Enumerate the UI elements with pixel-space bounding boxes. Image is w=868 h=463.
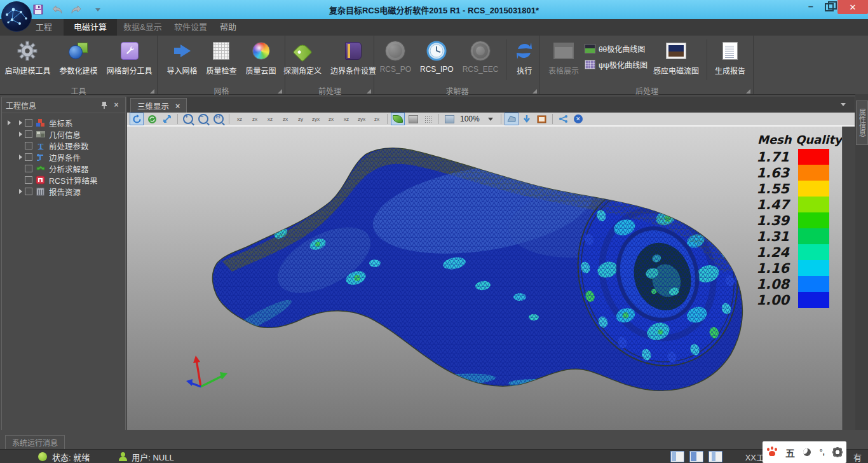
zoom-window-icon[interactable]: ⊡ xyxy=(212,113,226,125)
view-iso5-icon[interactable]: zx xyxy=(370,113,384,125)
undo-button[interactable] xyxy=(50,3,65,17)
psi-polar-curve-button[interactable]: ψψ极化曲线图 xyxy=(585,59,648,70)
tree-item-geometry-info[interactable]: 几何信息 xyxy=(2,128,125,140)
ime-settings-gear-icon[interactable] xyxy=(833,448,842,457)
checkbox[interactable] xyxy=(25,142,32,149)
zoom-out-icon[interactable]: − xyxy=(196,113,210,125)
expander-icon[interactable] xyxy=(19,132,22,137)
fit-extents-icon[interactable] xyxy=(160,113,174,125)
wireframe-render-icon[interactable] xyxy=(421,113,435,125)
tree-item-analysis-solver[interactable]: 分析求解器 xyxy=(2,163,125,174)
mesh-partition-tool-button[interactable]: 网格剖分工具 xyxy=(104,38,156,76)
rotate-view-icon[interactable] xyxy=(130,113,144,125)
tab-3d-display[interactable]: 三维显示 × xyxy=(130,98,187,113)
import-mesh-button[interactable]: 导入网格 xyxy=(163,38,200,76)
expander-icon[interactable] xyxy=(19,155,22,160)
import-arrow-icon xyxy=(173,38,191,64)
layout-split-panel-icon[interactable] xyxy=(689,451,703,462)
rcs-ipo-button[interactable]: RCS_IPO xyxy=(417,38,457,74)
tree-item-report-resources[interactable]: 报告资源 xyxy=(2,186,125,197)
parametric-modeling-button[interactable]: 参数化建模 xyxy=(56,38,100,76)
view-zx-icon[interactable]: zx xyxy=(248,113,262,125)
drop-arrow-icon[interactable] xyxy=(520,113,534,125)
zoom-in-icon[interactable]: + xyxy=(181,113,195,125)
execute-button[interactable]: 执行 xyxy=(511,38,538,76)
clear-view-icon[interactable]: ✕ xyxy=(571,113,585,125)
view-zx2-icon[interactable]: zx xyxy=(278,113,292,125)
view-iso1-icon[interactable]: zyx xyxy=(309,113,323,125)
tree-item-coordinate-system[interactable]: 坐标系 xyxy=(2,117,125,128)
ime-logo-paw-icon[interactable] xyxy=(767,448,777,457)
system-messages-tab[interactable]: 系统运行消息 xyxy=(5,435,65,450)
table-display-button[interactable]: 表格展示 xyxy=(545,38,582,76)
blocks-icon xyxy=(36,118,46,127)
save-button[interactable] xyxy=(31,3,46,17)
tree-item-rcs-results[interactable]: RCS计算结果 xyxy=(2,174,125,186)
theta-polar-curve-button[interactable]: θθ极化曲线图 xyxy=(585,43,648,54)
group-label-solver: 求解器 xyxy=(445,87,468,96)
view-iso3-icon[interactable]: xz xyxy=(339,113,353,125)
panel-header: 工程信息 × xyxy=(2,97,125,113)
pin-icon[interactable] xyxy=(101,101,111,109)
launch-modeling-tool-button[interactable]: 启动建模工具 xyxy=(1,38,53,76)
dialog-launcher-icon[interactable] xyxy=(367,89,371,93)
tree-item-boundary-condition[interactable]: 边界条件 xyxy=(2,151,125,163)
tree-item-preprocess-params[interactable]: T 前处理参数 xyxy=(2,140,125,151)
checkbox[interactable] xyxy=(25,119,32,127)
property-info-tab[interactable]: 属性信息 xyxy=(856,100,868,145)
rcs-po-button[interactable]: RCS_PO xyxy=(377,38,414,74)
view-iso2-icon[interactable]: zx xyxy=(324,113,338,125)
dialog-launcher-icon[interactable] xyxy=(532,89,537,93)
quick-access-dropdown[interactable] xyxy=(90,3,105,17)
snapshot-icon[interactable] xyxy=(535,113,549,125)
menu-tab-em-compute[interactable]: 电磁计算 xyxy=(64,19,117,36)
dialog-launcher-icon[interactable] xyxy=(746,89,750,93)
menu-tab-project[interactable]: 工程 xyxy=(25,19,62,36)
share-nodes-icon[interactable] xyxy=(556,113,570,125)
dialog-launcher-icon[interactable] xyxy=(150,89,154,93)
checkbox[interactable] xyxy=(25,165,32,172)
quality-contour-button[interactable]: 质量云图 xyxy=(243,38,280,76)
close-tab-icon[interactable]: × xyxy=(175,102,180,111)
checkbox[interactable] xyxy=(25,153,32,161)
view-iso4-icon[interactable]: zyx xyxy=(355,113,369,125)
expander-icon[interactable] xyxy=(8,120,11,125)
induced-current-map-button[interactable]: 感应电磁流图 xyxy=(650,38,702,76)
ime-input-mode[interactable]: 五 xyxy=(785,446,795,459)
legend-title: Mesh Quality xyxy=(750,133,842,146)
ime-halfwidth-moon-icon[interactable] xyxy=(803,448,811,456)
quality-check-button[interactable]: 质量检查 xyxy=(203,38,240,76)
restore-button[interactable] xyxy=(821,2,835,13)
rcs-eec-button[interactable]: RCS_EEC xyxy=(459,38,502,74)
tab-list-dropdown[interactable] xyxy=(841,103,846,106)
expander-icon[interactable] xyxy=(19,120,22,125)
view-zy-icon[interactable]: zy xyxy=(294,113,308,125)
view-xz2-icon[interactable]: xz xyxy=(263,113,277,125)
dialog-launcher-icon[interactable] xyxy=(278,89,282,93)
layout-left-panel-icon[interactable] xyxy=(670,451,684,462)
menu-tab-help[interactable]: 帮助 xyxy=(210,19,247,36)
layout-right-panel-icon[interactable] xyxy=(709,451,722,462)
probe-angle-button[interactable]: 探测角定义 xyxy=(280,38,325,76)
clip-plane-icon[interactable] xyxy=(505,113,519,125)
checkbox[interactable] xyxy=(25,130,32,138)
checkbox[interactable] xyxy=(25,176,32,184)
expander-icon[interactable] xyxy=(19,189,22,194)
flat-render-icon[interactable] xyxy=(406,113,420,125)
checkbox[interactable] xyxy=(25,188,32,195)
viewport-3d[interactable]: Mesh Quality 1.71 1.63 1.55 1.47 1.39 1.… xyxy=(127,127,842,430)
zoom-level-value[interactable]: 100% xyxy=(458,114,482,123)
shaded-render-icon[interactable] xyxy=(391,113,405,125)
redo-button[interactable] xyxy=(69,3,84,17)
ime-punctuation-toggle[interactable]: °, xyxy=(820,448,825,457)
boundary-condition-button[interactable]: 边界条件设置 xyxy=(327,38,379,76)
menu-tab-data-display[interactable]: 数据&显示 xyxy=(113,19,172,36)
close-button[interactable]: ✕ xyxy=(837,0,868,14)
generate-report-button[interactable]: 生成报告 xyxy=(712,38,749,76)
zoom-level-dropdown[interactable] xyxy=(484,113,498,125)
refresh-view-icon[interactable] xyxy=(145,113,159,125)
view-xz-icon[interactable]: xz xyxy=(233,113,247,125)
close-panel-icon[interactable]: × xyxy=(111,100,121,109)
minimize-button[interactable]: – xyxy=(803,3,819,14)
app-logo-icon[interactable] xyxy=(1,1,32,32)
